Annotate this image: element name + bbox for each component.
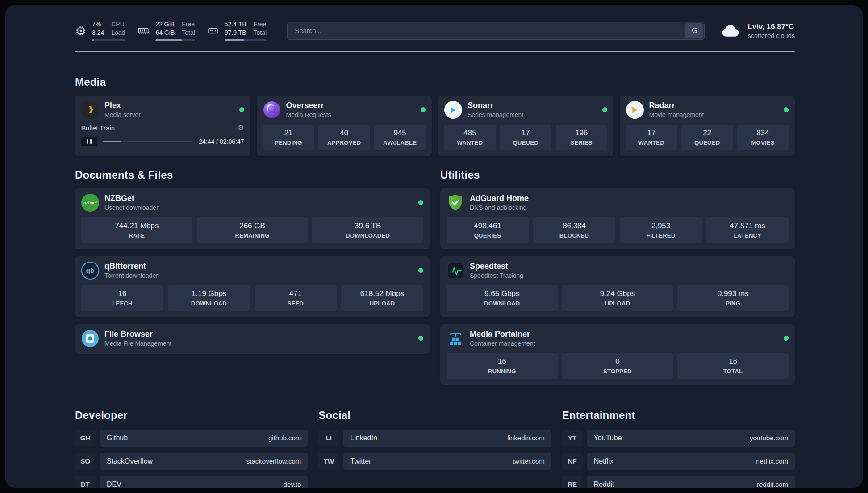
stat-value: 485 — [446, 129, 494, 138]
plex-icon — [81, 101, 99, 119]
stat-label: BLOCKED — [535, 232, 613, 239]
stat-value: 16 — [83, 289, 162, 298]
app-desc: Usenet downloader — [104, 204, 159, 211]
bookmark-url: twitter.com — [513, 457, 545, 465]
bookmark-abbr: TW — [318, 453, 339, 470]
cpu-metric: 7% 3.24 CPU Load — [75, 21, 125, 41]
utilities-column: Utilities — [440, 169, 795, 385]
stat-tile: 16 RUNNING — [447, 353, 558, 379]
bookmark-github[interactable]: GH Github github.com — [75, 430, 308, 447]
bookmark-group-entertainment: Entertainment YT YouTube youtube.com NF … — [562, 409, 795, 488]
pause-button[interactable] — [81, 137, 97, 146]
stat-tile: 618.52 Mbps UPLOAD — [341, 285, 423, 311]
playback-progress-bar[interactable] — [103, 141, 193, 142]
bookmark-youtube[interactable]: YT YouTube youtube.com — [562, 430, 795, 447]
documents-column: Documents & Files nzbget NZBGet Usenet d… — [75, 169, 430, 385]
bookmark-bar: Twitter twitter.com — [343, 453, 551, 470]
app-card-filebrowser[interactable]: File Browser Media File Management — [75, 324, 430, 354]
bookmark-url: netflix.com — [756, 457, 788, 465]
app-card-sonarr[interactable]: Sonarr Series management 485 WANTED 17 Q… — [438, 96, 613, 156]
adguard-icon — [447, 194, 464, 212]
bookmark-reddit[interactable]: RE Reddit reddit.com — [562, 476, 795, 488]
status-dot — [418, 268, 423, 273]
stat-label: LATENCY — [708, 232, 787, 239]
bookmark-name: Netflix — [594, 457, 613, 465]
stat-tile: 945 AVAILABLE — [374, 125, 426, 150]
stat-label: RUNNING — [448, 368, 556, 375]
stat-value: 471 — [256, 289, 335, 298]
screenshot-frame: 7% 3.24 CPU Load 22 GiB 64 — [0, 0, 868, 493]
search-engine-button[interactable]: G — [685, 23, 703, 38]
app-card-nzbget[interactable]: nzbget NZBGet Usenet downloader 744.21 M… — [75, 188, 430, 249]
bookmark-dev[interactable]: DT DEV dev.to — [75, 476, 308, 488]
bookmark-stackoverflow[interactable]: SO StackOverflow stackoverflow.com — [75, 453, 308, 470]
app-desc: Movie management — [649, 111, 704, 118]
stat-value: 0 — [564, 357, 672, 366]
speedtest-icon — [447, 262, 464, 280]
stat-label: AVAILABLE — [376, 139, 424, 146]
status-dot — [784, 107, 789, 112]
stat-label: FILTERED — [622, 232, 700, 239]
nzbget-icon: nzbget — [81, 194, 99, 212]
sonarr-icon — [444, 101, 462, 119]
stat-tile: 21 PENDING — [263, 125, 314, 150]
status-dot — [421, 107, 426, 112]
app-card-overseerr[interactable]: Overseerr Media Requests 21 PENDING 40 A… — [257, 96, 432, 156]
status-dot — [239, 107, 244, 112]
weather-widget[interactable]: Lviv, 16.87°C scattered clouds — [721, 22, 795, 39]
bookmark-abbr: GH — [75, 430, 96, 447]
bookmark-url: linkedin.com — [507, 434, 544, 442]
app-card-adguard[interactable]: AdGuard Home DNS and adblocking 498,461 … — [440, 188, 795, 249]
stat-label: SERIES — [558, 139, 605, 146]
bookmark-abbr: RE — [562, 476, 583, 488]
app-desc: Speedtest Tracking — [470, 272, 523, 279]
stat-label: PING — [679, 300, 787, 307]
stat-tile: 9.65 Gbps DOWNLOAD — [447, 285, 558, 311]
playback-time: 24:44 / 02:06:47 — [199, 138, 244, 145]
stat-value: 86,384 — [535, 221, 613, 230]
stat-tile: 22 QUEUED — [681, 125, 733, 150]
search: G — [287, 22, 705, 40]
stat-value: 39.6 TB — [314, 221, 421, 230]
memory-icon — [137, 25, 150, 37]
app-desc: Media File Management — [104, 340, 171, 347]
stat-value: 17 — [628, 129, 676, 138]
cpu-load-value: 3.24 — [92, 29, 104, 37]
cpu-icon — [75, 25, 87, 37]
app-desc: Torrent downloader — [104, 272, 158, 279]
app-card-speedtest[interactable]: Speedtest Speedtest Tracking 9.65 Gbps D… — [440, 256, 795, 317]
disk-total-label: Total — [254, 29, 267, 37]
bookmark-twitter[interactable]: TW Twitter twitter.com — [318, 453, 551, 470]
bookmark-name: Reddit — [594, 480, 614, 488]
stat-tile: 47.571 ms LATENCY — [706, 217, 789, 243]
bookmark-abbr: DT — [75, 476, 96, 488]
memory-total-label: Total — [182, 29, 195, 37]
section-title-entertainment: Entertainment — [562, 409, 795, 422]
app-name: Media Portainer — [470, 330, 535, 339]
app-card-radarr[interactable]: Radarr Movie management 17 WANTED 22 QUE… — [620, 96, 795, 156]
bookmark-url: stackoverflow.com — [246, 457, 301, 465]
disk-total-value: 97.9 TB — [225, 29, 246, 37]
bookmark-linkedin[interactable]: LI LinkedIn linkedin.com — [318, 430, 551, 447]
topbar: 7% 3.24 CPU Load 22 GiB 64 — [75, 21, 795, 41]
stat-value: 17 — [502, 129, 550, 138]
gear-icon[interactable]: ⚙ — [238, 124, 244, 131]
app-card-plex[interactable]: Plex Media server Bullet Train ⚙ 24:44 /… — [75, 96, 250, 156]
bookmark-name: StackOverflow — [107, 457, 153, 465]
bookmark-bar: Github github.com — [100, 430, 308, 447]
memory-free-value: 22 GiB — [155, 21, 175, 28]
section-title-documents: Documents & Files — [75, 169, 430, 181]
app-card-qbittorrent[interactable]: qb qBittorrent Torrent downloader 16 LEE… — [75, 256, 430, 317]
app-card-portainer[interactable]: Media Portainer Container management 16 … — [440, 324, 795, 385]
status-dot — [602, 107, 607, 112]
bookmark-bar: StackOverflow stackoverflow.com — [100, 453, 308, 470]
bookmark-netflix[interactable]: NF Netflix netflix.com — [562, 453, 795, 470]
app-desc: Media server — [104, 111, 141, 118]
stat-tile: 485 WANTED — [444, 125, 496, 150]
stat-value: 498,461 — [448, 221, 527, 230]
search-input[interactable] — [287, 22, 705, 40]
bookmark-bar: YouTube youtube.com — [587, 430, 795, 447]
memory-total-value: 64 GiB — [155, 29, 175, 37]
stat-label: QUEUED — [502, 139, 550, 146]
stat-tile: 40 APPROVED — [318, 125, 370, 150]
